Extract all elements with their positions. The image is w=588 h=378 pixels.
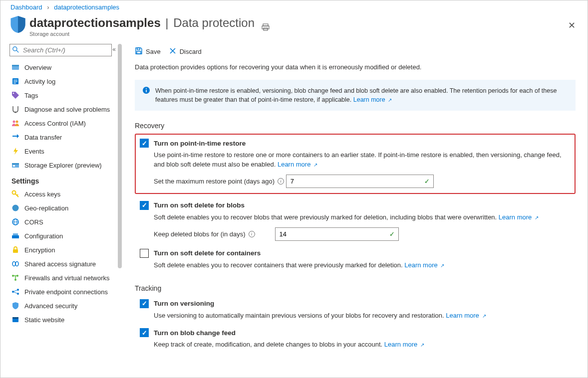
title-separator: | — [165, 16, 168, 29]
sidebar-item-sas[interactable]: Shared access signature — [9, 257, 123, 271]
save-label: Save — [146, 48, 161, 55]
page-title-section: Data protection — [173, 16, 255, 29]
breadcrumb: Dashboard › dataprotectionsamples — [0, 0, 588, 12]
sidebar-item-label: Access keys — [24, 190, 60, 198]
sidebar-item-diagnose[interactable]: Diagnose and solve problems — [9, 102, 123, 116]
pitr-days-input[interactable] — [286, 175, 434, 188]
breadcrumb-resource[interactable]: dataprotectionsamples — [54, 3, 119, 11]
sidebar-item-private-endpoint[interactable]: Private endpoint connections — [9, 285, 123, 299]
option-versioning: Turn on versioning Use versioning to aut… — [135, 296, 576, 326]
sidebar-item-label: Activity log — [24, 78, 55, 85]
soft-blobs-days-input[interactable] — [275, 227, 399, 241]
checkbox-soft-delete-blobs[interactable] — [140, 201, 149, 210]
option-pitr: Turn on point-in-time restore Use point-… — [140, 138, 571, 188]
iam-icon — [11, 119, 19, 127]
sidebar-item-static-website[interactable]: Static website — [9, 313, 123, 327]
svg-point-14 — [16, 121, 18, 123]
cors-icon — [11, 218, 19, 226]
sidebar-item-cors[interactable]: CORS — [9, 215, 123, 229]
sidebar-item-overview[interactable]: Overview — [9, 60, 123, 74]
sidebar-item-storage-explorer[interactable]: Storage Explorer (preview) — [9, 158, 123, 172]
learn-more-soft-containers[interactable]: Learn more ↗ — [404, 261, 444, 269]
svg-rect-17 — [13, 165, 15, 167]
learn-more-versioning[interactable]: Learn more ↗ — [446, 312, 486, 319]
learn-more-pitr[interactable]: Learn more ↗ — [278, 161, 317, 168]
sidebar-item-activity-log[interactable]: Activity log — [9, 74, 123, 88]
page-header: dataprotectionsamples | Data protection … — [0, 12, 588, 42]
page-title-resource: dataprotectionsamples — [29, 16, 161, 29]
sidebar-heading-settings: Settings — [9, 172, 123, 187]
external-link-icon: ↗ — [533, 215, 539, 220]
key-icon — [11, 190, 19, 198]
svg-point-27 — [15, 262, 18, 266]
sidebar-item-access-keys[interactable]: Access keys — [9, 187, 123, 201]
external-link-icon: ↗ — [419, 342, 424, 348]
external-link-icon: ↗ — [312, 162, 317, 168]
svg-point-42 — [146, 88, 147, 89]
checkbox-change-feed[interactable] — [140, 328, 149, 337]
option-desc-change-feed: Keep track of create, modification, and … — [154, 341, 382, 348]
sidebar-item-label: Static website — [24, 316, 64, 324]
svg-point-13 — [13, 121, 15, 123]
svg-rect-41 — [146, 90, 147, 92]
breadcrumb-dashboard[interactable]: Dashboard — [10, 3, 42, 11]
globe-icon — [11, 204, 19, 212]
tags-icon — [11, 91, 19, 99]
sidebar-item-data-transfer[interactable]: Data transfer — [9, 130, 123, 144]
sidebar-scrollbar[interactable] — [118, 42, 122, 374]
svg-rect-36 — [137, 48, 140, 50]
save-button[interactable]: Save — [135, 47, 161, 56]
info-tooltip-icon[interactable]: i — [249, 231, 255, 237]
sidebar-item-label: Storage Explorer (preview) — [24, 162, 102, 169]
collapse-sidebar-icon[interactable]: « — [112, 46, 116, 53]
sidebar-item-label: Events — [24, 148, 44, 155]
sidebar-item-events[interactable]: Events — [9, 144, 123, 158]
external-link-icon: ↗ — [387, 97, 392, 103]
checkmark-icon: ✓ — [389, 230, 395, 238]
info-tooltip-icon[interactable]: i — [278, 178, 284, 185]
sidebar-item-label: Advanced security — [24, 302, 77, 310]
svg-line-4 — [16, 50, 18, 52]
option-desc-versioning: Use versioning to automatically maintain… — [154, 312, 444, 319]
option-soft-delete-containers: Turn on soft delete for containers Soft … — [135, 246, 576, 275]
option-label-soft-containers: Turn on soft delete for containers — [154, 249, 261, 257]
sidebar-item-label: Firewalls and virtual networks — [24, 274, 110, 282]
sidebar-item-advanced-security[interactable]: Advanced security — [9, 299, 123, 313]
banner-learn-more-link[interactable]: Learn more ↗ — [353, 96, 392, 103]
svg-rect-6 — [12, 65, 19, 66]
print-icon[interactable] — [262, 23, 270, 33]
checkbox-versioning[interactable] — [140, 299, 149, 308]
learn-more-soft-blobs[interactable]: Learn more ↗ — [499, 213, 539, 221]
svg-point-26 — [12, 262, 15, 266]
tracking-heading: Tracking — [135, 284, 576, 292]
svg-point-3 — [13, 47, 17, 51]
discard-button[interactable]: Discard — [169, 47, 202, 56]
learn-more-change-feed[interactable]: Learn more ↗ — [384, 341, 424, 348]
option-desc-soft-containers: Soft delete enables you to recover conta… — [154, 261, 403, 269]
lock-icon — [11, 246, 19, 254]
svg-rect-37 — [137, 51, 141, 54]
storage-explorer-icon — [11, 161, 19, 169]
shield-icon — [10, 16, 25, 34]
sidebar-item-label: Encryption — [24, 246, 55, 254]
activity-log-icon — [11, 77, 19, 85]
sidebar-item-tags[interactable]: Tags — [9, 88, 123, 102]
sidebar-item-encryption[interactable]: Encryption — [9, 243, 123, 257]
svg-rect-25 — [13, 249, 18, 253]
svg-point-11 — [13, 93, 14, 94]
sidebar-item-geo-replication[interactable]: Geo-replication — [9, 201, 123, 215]
checkbox-pitr[interactable] — [140, 139, 149, 148]
option-desc-pitr: Use point-in-time restore to restore one… — [154, 151, 562, 168]
sidebar-item-label: Access Control (IAM) — [24, 120, 86, 127]
checkbox-soft-delete-containers[interactable] — [140, 249, 149, 258]
sidebar-item-firewalls[interactable]: Firewalls and virtual networks — [9, 271, 123, 285]
sidebar-item-configuration[interactable]: Configuration — [9, 229, 123, 243]
svg-rect-0 — [263, 24, 268, 26]
search-input[interactable] — [9, 44, 112, 56]
svg-rect-35 — [12, 317, 18, 319]
command-bar: Save Discard — [135, 42, 576, 63]
sidebar-item-iam[interactable]: Access Control (IAM) — [9, 116, 123, 130]
close-icon[interactable]: ✕ — [566, 18, 578, 33]
sidebar-item-label: Configuration — [24, 232, 63, 240]
svg-rect-16 — [12, 163, 19, 165]
